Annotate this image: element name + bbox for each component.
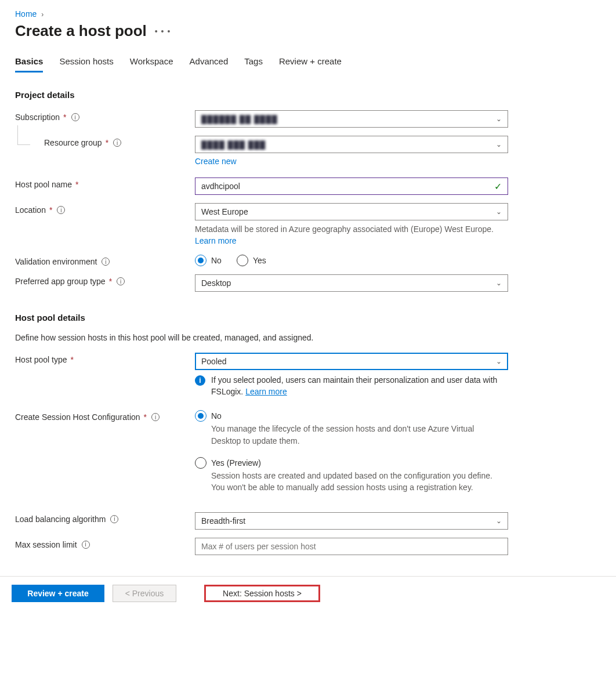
chevron-right-icon: › (41, 10, 44, 19)
shc-no-description: You manage the lifecycle of the session … (211, 423, 501, 447)
shc-no-radio[interactable]: No (195, 410, 508, 422)
tab-basics[interactable]: Basics (15, 56, 43, 73)
radio-icon (195, 410, 206, 422)
more-actions-button[interactable]: • • • (155, 27, 171, 36)
required-indicator: * (106, 138, 108, 147)
previous-button[interactable]: < Previous (113, 585, 176, 602)
hostpool-type-dropdown[interactable]: Pooled ⌄ (195, 353, 508, 370)
indent-connector (17, 125, 30, 145)
info-icon[interactable]: i (102, 258, 110, 266)
chevron-down-icon: ⌄ (496, 517, 502, 525)
radio-icon (195, 255, 206, 266)
info-icon[interactable]: i (71, 113, 79, 121)
radio-label: No (211, 411, 222, 421)
hostpool-name-value: avdhcipool (201, 182, 240, 191)
hostpool-type-value: Pooled (201, 357, 227, 366)
required-indicator: * (63, 113, 66, 122)
appgroup-type-value: Desktop (201, 278, 231, 288)
resource-group-dropdown[interactable]: ████ ███ ███ ⌄ (195, 136, 508, 153)
session-host-config-label: Create Session Host Configuration (15, 412, 140, 422)
subscription-label: Subscription (15, 113, 60, 122)
resource-group-value: ████ ███ ███ (201, 140, 266, 149)
create-new-link[interactable]: Create new (195, 157, 237, 166)
location-helper: Metadata will be stored in Azure geograp… (195, 224, 508, 247)
max-session-label: Max session limit (15, 540, 77, 549)
shc-yes-radio[interactable]: Yes (Preview) (195, 457, 508, 469)
load-balancing-dropdown[interactable]: Breadth-first ⌄ (195, 512, 508, 530)
info-icon[interactable]: i (82, 541, 90, 549)
radio-label: No (211, 256, 222, 265)
required-indicator: * (144, 412, 147, 422)
next-session-hosts-button[interactable]: Next: Session hosts > (204, 585, 320, 602)
required-indicator: * (109, 277, 112, 286)
tab-tags[interactable]: Tags (244, 56, 263, 73)
tab-session-hosts[interactable]: Session hosts (59, 56, 113, 73)
load-balancing-label: Load balancing algorithm (15, 515, 106, 524)
location-dropdown[interactable]: West Europe ⌄ (195, 203, 508, 220)
appgroup-type-label: Preferred app group type (15, 277, 106, 286)
chevron-down-icon: ⌄ (496, 357, 502, 365)
info-icon[interactable]: i (117, 277, 125, 285)
hostpool-name-label: Host pool name (15, 180, 72, 189)
radio-label: Yes (Preview) (211, 458, 261, 468)
validation-no-radio[interactable]: No (195, 255, 222, 266)
info-icon[interactable]: i (113, 139, 121, 147)
chevron-down-icon: ⌄ (496, 279, 502, 287)
review-create-button[interactable]: Review + create (12, 585, 104, 602)
appgroup-type-dropdown[interactable]: Desktop ⌄ (195, 274, 508, 292)
max-session-input[interactable] (201, 538, 502, 555)
max-session-input-wrapper (195, 538, 508, 555)
chevron-down-icon: ⌄ (496, 208, 502, 216)
tabs: Basics Session hosts Workspace Advanced … (15, 56, 601, 73)
chevron-down-icon: ⌄ (496, 115, 502, 123)
page-title: Create a host pool (15, 22, 147, 40)
location-label: Location (15, 205, 46, 215)
subscription-value: ██████ ██ ████ (201, 115, 278, 124)
breadcrumb-home[interactable]: Home (15, 9, 37, 19)
hostpool-name-input[interactable]: avdhcipool ✓ (195, 178, 508, 195)
hostpool-type-info: If you select pooled, users can maintain… (211, 375, 508, 397)
validation-yes-radio[interactable]: Yes (237, 255, 266, 266)
required-indicator: * (71, 355, 74, 364)
load-balancing-value: Breadth-first (201, 516, 245, 526)
radio-icon (237, 255, 248, 266)
footer-bar: Review + create < Previous Next: Session… (0, 576, 616, 613)
info-icon[interactable]: i (57, 206, 65, 214)
hostpool-type-label: Host pool type (15, 355, 67, 364)
resource-group-label: Resource group (44, 138, 102, 147)
check-icon: ✓ (494, 181, 502, 192)
tab-review-create[interactable]: Review + create (279, 56, 342, 73)
validation-env-label: Validation environment (15, 257, 97, 266)
section-project-details: Project details (15, 90, 601, 100)
location-learn-more-link[interactable]: Learn more (195, 236, 237, 245)
subscription-dropdown[interactable]: ██████ ██ ████ ⌄ (195, 110, 508, 128)
radio-label: Yes (253, 256, 266, 265)
location-value: West Europe (201, 207, 248, 216)
tab-workspace[interactable]: Workspace (130, 56, 173, 73)
section-hostpool-details: Host pool details (15, 313, 601, 323)
radio-icon (195, 457, 206, 469)
chevron-down-icon: ⌄ (496, 140, 502, 148)
breadcrumb: Home › (15, 9, 601, 19)
info-icon[interactable]: i (151, 413, 160, 421)
hostpool-details-description: Define how session hosts in this host po… (15, 333, 601, 342)
tab-advanced[interactable]: Advanced (190, 56, 229, 73)
shc-yes-description: Session hosts are created and updated ba… (211, 470, 501, 494)
required-indicator: * (75, 180, 78, 189)
info-badge-icon: i (195, 375, 205, 386)
fslogix-learn-more-link[interactable]: Learn more (245, 387, 287, 396)
required-indicator: * (49, 205, 52, 215)
info-icon[interactable]: i (110, 515, 118, 523)
